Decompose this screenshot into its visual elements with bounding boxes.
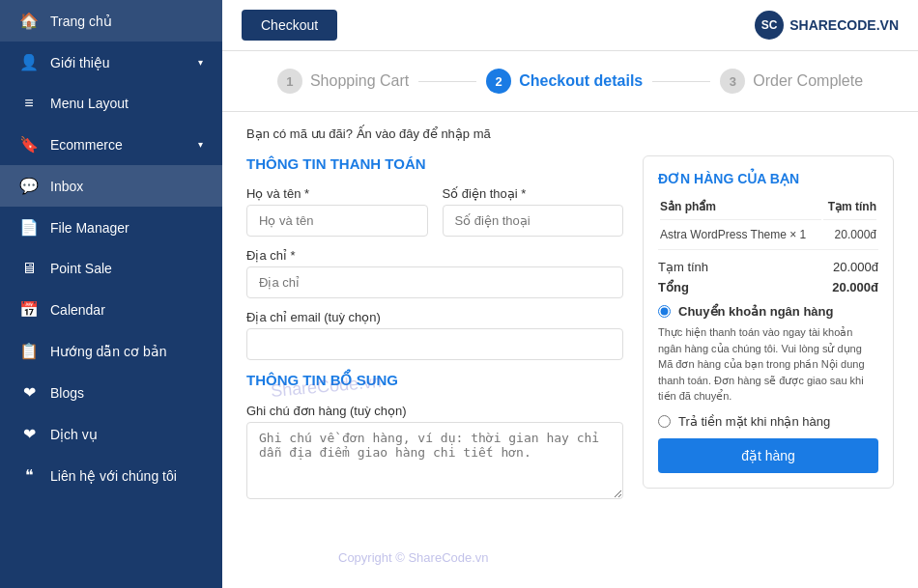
sidebar-item-label: Point Sale	[50, 261, 203, 276]
phone-group: Số điện thoại *	[443, 186, 624, 237]
sidebar-item-label: Blogs	[50, 385, 203, 401]
bookmark-icon: 🔖	[19, 135, 39, 154]
payment-option-2: Trả tiền mặt khi nhận hàng	[658, 414, 878, 429]
address-input[interactable]	[246, 266, 623, 298]
home-icon: 🏠	[19, 12, 39, 30]
step-shopping-cart[interactable]: 1 Shopping Cart	[277, 69, 409, 94]
sidebar-item-blogs[interactable]: ❤ Blogs	[0, 372, 222, 413]
logo-area: SC SHARECODE.VN	[755, 11, 899, 40]
address-label: Địa chỉ *	[246, 248, 623, 263]
product-qty: × 1	[789, 228, 806, 241]
inbox-icon: 💬	[19, 177, 39, 195]
payment-label-bank: Chuyển khoản ngân hàng	[678, 304, 833, 319]
user-icon: 👤	[19, 53, 39, 71]
sidebar-item-dich-vu[interactable]: ❤ Dịch vụ	[0, 413, 222, 455]
address-group: Địa chỉ *	[246, 248, 623, 298]
step-3-num: 3	[720, 69, 745, 94]
email-input[interactable]	[246, 328, 623, 360]
subtotal-label: Tạm tính	[658, 260, 708, 274]
note-label: Ghi chú đơn hàng (tuỳ chọn)	[246, 404, 623, 418]
name-input[interactable]	[246, 205, 428, 237]
total-value: 20.000đ	[832, 280, 878, 294]
phone-label: Số điện thoại *	[443, 186, 624, 201]
step-1-label: Shopping Cart	[310, 72, 409, 90]
sidebar-item-point-sale[interactable]: 🖥 Point Sale	[0, 248, 222, 289]
payment-option-1: Chuyển khoản ngân hàng	[658, 304, 878, 319]
copyright: Copyright © ShareCode.vn	[338, 550, 489, 565]
step-divider-1	[418, 81, 476, 82]
sidebar-item-label: Giới thiệu	[50, 55, 186, 70]
sidebar-item-menu-layout[interactable]: ≡ Menu Layout	[0, 83, 222, 124]
col-subtotal: Tạm tính	[823, 200, 876, 220]
name-label: Họ và tên *	[246, 186, 428, 201]
payment-desc-bank: Thực hiện thanh toán vào ngay tài khoản …	[658, 324, 878, 405]
additional-section-title: THÔNG TIN BỔ SUNG	[246, 372, 623, 389]
order-section: ĐƠN HÀNG CỦA BẠN Sản phẩm Tạm tính Astra…	[643, 155, 894, 489]
form-section: THÔNG TIN THANH TOÁN Họ và tên * Số điện…	[246, 155, 623, 511]
billing-section-title: THÔNG TIN THANH TOÁN	[246, 155, 623, 172]
two-col-layout: THÔNG TIN THANH TOÁN Họ và tên * Số điện…	[246, 155, 894, 511]
email-group: Địa chỉ email (tuỳ chọn)	[246, 310, 623, 360]
monitor-icon: 🖥	[19, 260, 39, 277]
step-3-label: Order Complete	[753, 72, 863, 90]
step-divider-2	[652, 81, 710, 82]
place-order-button[interactable]: đặt hàng	[658, 438, 878, 473]
order-table: Sản phẩm Tạm tính Astra WordPress Theme …	[658, 198, 878, 250]
checkout-button[interactable]: Checkout	[242, 10, 337, 41]
step-order-complete[interactable]: 3 Order Complete	[720, 69, 863, 94]
calendar-icon: 📅	[19, 300, 39, 319]
file-icon: 📄	[19, 218, 39, 237]
col-product: Sản phẩm	[660, 200, 821, 220]
sidebar-item-label: Hướng dẫn cơ bản	[50, 344, 203, 359]
logo-icon: SC	[755, 11, 784, 40]
service-icon: ❤	[19, 425, 39, 443]
product-price: 20.000đ	[823, 222, 876, 247]
subtotal-row: Tạm tính 20.000đ	[658, 260, 878, 274]
email-row: Địa chỉ email (tuỳ chọn)	[246, 310, 623, 360]
phone-input[interactable]	[443, 205, 624, 237]
heart-icon: ❤	[19, 383, 39, 402]
sidebar-item-label: File Manager	[50, 220, 203, 236]
order-title: ĐƠN HÀNG CỦA BẠN	[658, 171, 878, 186]
sidebar-item-trang-chu[interactable]: 🏠 Trang chủ	[0, 0, 222, 42]
sidebar-item-file-manager[interactable]: 📄 File Manager	[0, 207, 222, 248]
product-name-qty: Astra WordPress Theme × 1	[660, 222, 821, 247]
payment-radio-bank[interactable]	[658, 305, 671, 318]
step-2-label: Checkout details	[519, 72, 643, 90]
note-row: Ghi chú đơn hàng (tuỳ chọn)	[246, 404, 623, 499]
total-label: Tổng	[658, 280, 689, 294]
logo-text: SHARECODE.VN	[789, 17, 899, 33]
page-content: Bạn có mã ưu đãi? Ấn vào đây để nhập mã …	[222, 112, 918, 525]
sidebar-item-huong-dan[interactable]: 📋 Hướng dẫn cơ bản	[0, 330, 222, 372]
sidebar-item-lien-he[interactable]: ❝ Liên hệ với chúng tôi	[0, 455, 222, 496]
menu-icon: ≡	[19, 95, 39, 112]
topbar: Checkout SC SHARECODE.VN	[222, 0, 918, 51]
sidebar-item-label: Ecommerce	[50, 137, 186, 153]
step-2-num: 2	[486, 69, 511, 94]
subtotal-value: 20.000đ	[833, 260, 878, 274]
sidebar-item-calendar[interactable]: 📅 Calendar	[0, 289, 222, 330]
sidebar-item-inbox[interactable]: 💬 Inbox	[0, 165, 222, 207]
email-label: Địa chỉ email (tuỳ chọn)	[246, 310, 623, 324]
sidebar-item-ecommerce[interactable]: 🔖 Ecommerce ▾	[0, 124, 222, 165]
sidebar-item-gioi-thieu[interactable]: 👤 Giới thiệu ▾	[0, 42, 222, 83]
payment-radio-cod[interactable]	[658, 415, 671, 428]
sidebar-item-label: Calendar	[50, 302, 203, 318]
step-1-num: 1	[277, 69, 302, 94]
address-row: Địa chỉ *	[246, 248, 623, 298]
chevron-down-icon: ▾	[198, 57, 203, 68]
note-group: Ghi chú đơn hàng (tuỳ chọn)	[246, 404, 623, 499]
order-row: Astra WordPress Theme × 1 20.000đ	[660, 222, 876, 247]
promo-link[interactable]: Bạn có mã ưu đãi? Ấn vào đây để nhập mã	[246, 126, 894, 141]
step-checkout-details[interactable]: 2 Checkout details	[486, 69, 643, 94]
guide-icon: 📋	[19, 342, 39, 360]
sidebar: 🏠 Trang chủ 👤 Giới thiệu ▾ ≡ Menu Layout…	[0, 0, 222, 588]
sidebar-item-label: Menu Layout	[50, 96, 203, 111]
chevron-down-icon: ▾	[198, 139, 203, 150]
name-group: Họ và tên *	[246, 186, 428, 237]
sidebar-item-label: Liên hệ với chúng tôi	[50, 468, 203, 484]
sidebar-item-label: Trang chủ	[50, 14, 203, 29]
checkout-steps: 1 Shopping Cart 2 Checkout details 3 Ord…	[222, 51, 918, 112]
note-input[interactable]	[246, 422, 623, 499]
sidebar-item-label: Dịch vụ	[50, 427, 203, 442]
